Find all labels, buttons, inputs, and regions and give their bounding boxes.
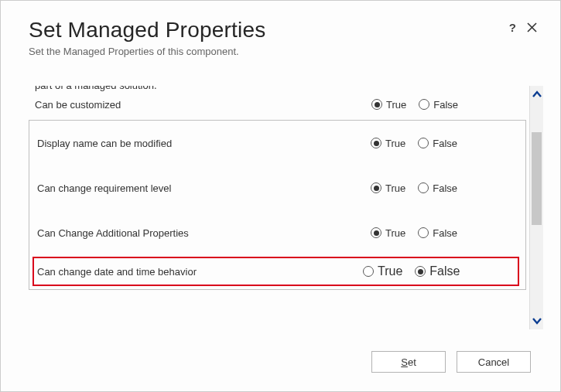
property-label: Can be customized: [35, 99, 371, 111]
radio-true[interactable]: True: [363, 264, 402, 278]
property-label: Can change date and time behavior: [37, 266, 363, 278]
property-row-can-customize: Can be customized True False: [29, 94, 526, 118]
property-label: Can change requirement level: [37, 182, 371, 194]
radio-true[interactable]: True: [371, 138, 405, 149]
radio-false[interactable]: False: [419, 99, 458, 111]
scroll-down-icon[interactable]: [530, 312, 543, 329]
scroll-thumb[interactable]: [532, 132, 542, 225]
dialog-footer: Set Cancel: [371, 351, 531, 373]
radio-true[interactable]: True: [371, 99, 406, 111]
radio-false[interactable]: False: [418, 182, 457, 194]
managed-properties-dialog: Set Managed Properties Set the Managed P…: [1, 1, 560, 391]
property-row-requirement-level: Can change requirement level True False: [29, 165, 525, 210]
cancel-button[interactable]: Cancel: [457, 351, 531, 373]
property-label: Display name can be modified: [37, 138, 371, 149]
property-row-datetime-highlighted: Can change date and time behavior True F…: [32, 257, 519, 286]
dialog-subtitle: Set the Managed Properties of this compo…: [29, 46, 532, 57]
radio-true[interactable]: True: [371, 182, 405, 194]
dialog-header: Set Managed Properties Set the Managed P…: [1, 1, 560, 65]
content-area: part of a managed solution. Can be custo…: [29, 86, 526, 329]
dialog-title: Set Managed Properties: [29, 18, 532, 43]
property-row-additional-properties: Can Change Additional Properties True Fa…: [29, 210, 525, 255]
radio-true[interactable]: True: [371, 227, 405, 239]
radio-false[interactable]: False: [415, 264, 460, 278]
truncated-description: part of a managed solution.: [29, 86, 526, 94]
sub-properties-box: Display name can be modified True False …: [29, 120, 526, 290]
help-icon[interactable]: ?: [509, 21, 516, 34]
set-button[interactable]: Set: [371, 351, 446, 373]
scrollbar[interactable]: [529, 86, 543, 329]
radio-false[interactable]: False: [418, 227, 457, 239]
radio-false[interactable]: False: [418, 138, 457, 149]
property-label: Can Change Additional Properties: [37, 227, 371, 239]
close-icon[interactable]: [527, 22, 537, 32]
property-row-display-name: Display name can be modified True False: [29, 121, 525, 165]
scroll-up-icon[interactable]: [530, 86, 543, 103]
